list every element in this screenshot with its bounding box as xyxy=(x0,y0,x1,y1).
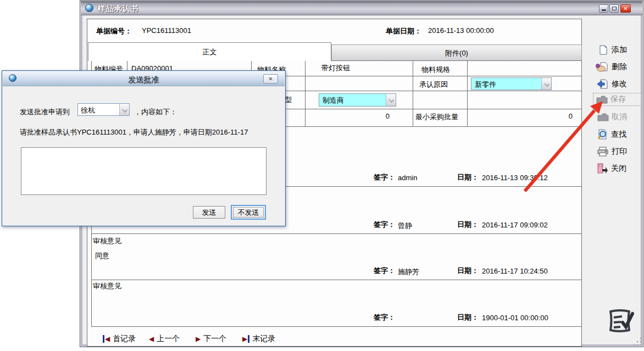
tab-attachments[interactable]: 附件(0) xyxy=(331,44,582,61)
chevron-down-icon[interactable] xyxy=(119,104,129,115)
resize-grip[interactable] xyxy=(632,336,643,347)
approve-reason-select[interactable]: 新零件 xyxy=(471,77,552,90)
maximize-icon xyxy=(612,7,617,10)
doc-date-label: 单据日期： xyxy=(386,26,421,36)
add-button[interactable]: 添加 xyxy=(598,43,627,57)
add-document-icon xyxy=(598,44,609,55)
date-value: 2016-11-17 09:09:02 xyxy=(482,221,548,229)
cancel-label: 取消 xyxy=(612,112,627,122)
save-folder-icon xyxy=(596,94,608,104)
modify-label: 修改 xyxy=(612,79,627,89)
dialog-close-button[interactable]: ✕ xyxy=(263,74,278,83)
app-globe-icon xyxy=(85,4,93,12)
modify-icon xyxy=(597,79,609,90)
recipient-select[interactable]: 徐杭 xyxy=(77,103,130,116)
nav-next[interactable]: ▶ 下一个 xyxy=(196,334,226,344)
recipient-value: 徐杭 xyxy=(78,104,119,115)
modify-button[interactable]: 修改 xyxy=(597,77,627,91)
minimize-button[interactable] xyxy=(599,4,608,13)
approval-stamp-icon xyxy=(604,306,638,340)
nav-next-label: 下一个 xyxy=(203,334,226,344)
close-window-label: 关闭 xyxy=(611,164,626,174)
no-send-label: 不发送 xyxy=(238,208,259,216)
send-label: 发送 xyxy=(202,208,216,216)
send-approval-dialog: 发送批准 ✕ 发送批准申请到 徐杭 ，内容如下： 请批准样品承认书YPC1611… xyxy=(2,70,286,226)
material-name-value[interactable]: 带灯按钮 xyxy=(321,63,350,73)
delete-hand-icon xyxy=(596,62,609,73)
review-opinion-label: 审核意见 xyxy=(93,236,121,246)
chevron-down-icon[interactable] xyxy=(386,94,396,106)
send-to-label: 发送批准申请到 xyxy=(20,107,70,117)
material-spec-label: 物料规格 xyxy=(421,65,450,75)
sign-value: admin xyxy=(398,174,417,182)
find-button[interactable]: 查找 xyxy=(596,128,626,141)
find-label: 查找 xyxy=(611,130,626,140)
review-opinion-value: 同意 xyxy=(95,251,109,261)
comment-textarea[interactable] xyxy=(21,147,267,195)
save-button[interactable]: 保存 xyxy=(593,93,641,106)
nav-last-label: 末记录 xyxy=(252,334,275,344)
cancel-folder-icon xyxy=(597,112,609,122)
no-send-button[interactable]: 不发送 xyxy=(231,205,266,220)
tab-body-label: 正文 xyxy=(203,48,217,56)
approval-message: 请批准样品承认书YPC161113001，申请人施静芳，申请日期2016-11-… xyxy=(20,127,248,137)
min-purchase-value[interactable]: 0 xyxy=(467,112,581,120)
delete-label: 删除 xyxy=(612,62,627,72)
doc-no-value: YPC161113001 xyxy=(142,26,191,35)
tab-attachments-label: 附件(0) xyxy=(445,49,468,57)
window-title: 样品承认书 xyxy=(97,4,138,14)
manufacturer-value: 制造商 xyxy=(319,94,386,106)
qty-value[interactable]: 0 xyxy=(305,112,413,120)
printer-icon xyxy=(597,146,609,157)
save-label: 保存 xyxy=(610,93,626,106)
exit-door-icon xyxy=(596,163,608,175)
date-value: 2016-11-17 10:24:50 xyxy=(482,267,548,275)
last-record-icon: ▶ xyxy=(242,335,249,343)
date-value: 1900-01-01 00:00:00 xyxy=(482,314,548,322)
date-value: 2016-11-13 09:39:12 xyxy=(482,174,548,182)
content-suffix-label: ，内容如下： xyxy=(134,107,177,117)
sign-label: 签字： xyxy=(374,220,395,230)
close-button[interactable]: ✕ xyxy=(620,4,631,13)
nav-first-label: 首记录 xyxy=(113,334,136,344)
cancel-button[interactable]: 取消 xyxy=(597,110,627,124)
first-record-icon: ◀ xyxy=(103,335,110,343)
dialog-titlebar[interactable]: 发送批准 ✕ xyxy=(3,71,285,86)
close-window-button[interactable]: 关闭 xyxy=(596,162,626,175)
date-label: 日期： xyxy=(457,220,479,230)
titlebar[interactable]: 样品承认书 ✕ xyxy=(81,1,642,15)
desktop: 样品承认书 ✕ 单据编号： YPC161113001 单据日期： 2016-11… xyxy=(0,0,644,351)
print-label: 打印 xyxy=(612,147,627,157)
sign-value: 曾静 xyxy=(398,221,412,231)
nav-previous[interactable]: ◀ 上一个 xyxy=(149,334,180,344)
chevron-down-icon[interactable] xyxy=(541,78,551,90)
sign-value: 施静芳 xyxy=(398,267,419,277)
send-button[interactable]: 发送 xyxy=(193,206,225,219)
nav-last-record[interactable]: ▶ 末记录 xyxy=(242,334,275,344)
add-label: 添加 xyxy=(612,45,627,55)
dialog-close-icon: ✕ xyxy=(268,76,273,82)
approve-reason-value: 新零件 xyxy=(471,78,541,90)
date-label: 日期： xyxy=(457,266,479,276)
approve-reason-label: 承认原因 xyxy=(419,80,448,90)
previous-icon: ◀ xyxy=(149,335,154,343)
nav-first-record[interactable]: ◀ 首记录 xyxy=(103,334,136,344)
print-button[interactable]: 打印 xyxy=(597,145,627,158)
maximize-button[interactable] xyxy=(609,4,619,13)
doc-no-label: 单据编号： xyxy=(96,26,132,36)
nav-previous-label: 上一个 xyxy=(157,334,180,344)
min-purchase-label: 最小采购批量 xyxy=(415,112,458,122)
date-label: 日期： xyxy=(457,313,479,322)
next-icon: ▶ xyxy=(196,335,201,343)
doc-date-value: 2016-11-13 00:00:00 xyxy=(428,26,494,35)
dialog-title: 发送批准 xyxy=(3,75,285,85)
manufacturer-select[interactable]: 制造商 xyxy=(319,93,396,107)
tab-body[interactable]: 正文 xyxy=(88,42,331,61)
minimize-icon xyxy=(602,9,606,11)
sign-label: 签字： xyxy=(374,172,395,182)
delete-button[interactable]: 删除 xyxy=(596,60,627,74)
sign-label: 签字： xyxy=(374,266,395,276)
date-label: 日期： xyxy=(457,172,479,182)
sign-label: 签字： xyxy=(374,313,395,322)
search-icon xyxy=(596,129,608,141)
